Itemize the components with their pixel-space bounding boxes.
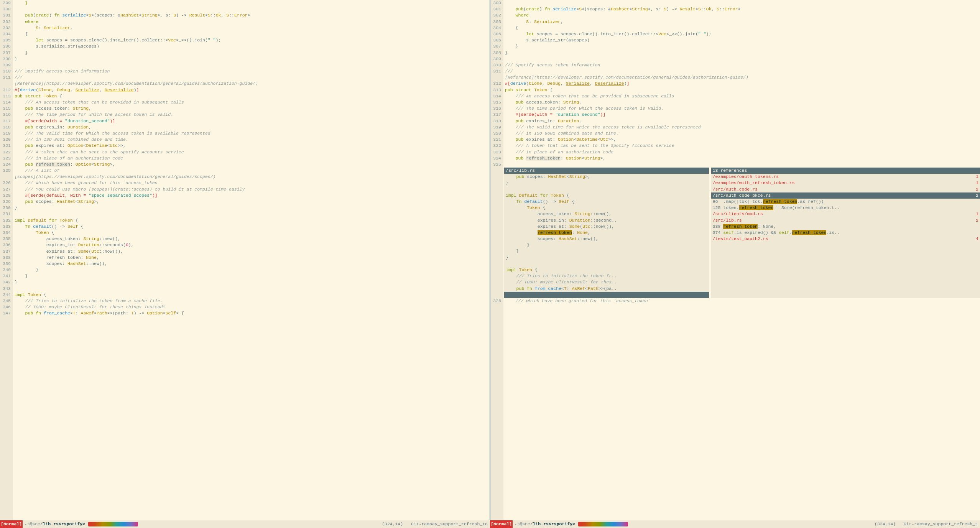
code-line[interactable]: [Reference](https://developer.spotify.co… xyxy=(505,74,980,81)
code-line[interactable]: } xyxy=(15,50,490,56)
code-line[interactable]: } xyxy=(15,56,490,62)
code-line[interactable]: S: Serializer, xyxy=(15,25,490,31)
reference-match[interactable]: 338 refresh_token: None, xyxy=(711,224,980,230)
code-line[interactable]: pub struct Token { xyxy=(15,93,490,99)
references-overlay[interactable]: /src/lib.rs pub scopes: HashSet<String>,… xyxy=(504,168,980,298)
code-line[interactable]: } xyxy=(505,50,980,56)
code-line[interactable] xyxy=(505,56,980,62)
code-line[interactable]: pub expires_in: Duration, xyxy=(505,118,980,124)
code-line[interactable]: /// Tries to initialize the token from a… xyxy=(15,298,490,304)
code-line[interactable]: #[derive(Clone, Debug, Serialize, Deseri… xyxy=(505,81,980,87)
code-line[interactable]: /// Spotify access token information xyxy=(15,68,490,74)
code-line[interactable]: /// An access token that can be provided… xyxy=(505,93,980,99)
code-line[interactable]: pub refresh_token: Option<String>, xyxy=(15,161,490,168)
code-line[interactable]: let scopes = scopes.clone().into_iter().… xyxy=(15,37,490,43)
code-line[interactable]: refresh_token: None, xyxy=(15,255,490,261)
preview-line[interactable]: fn default() -> Self { xyxy=(504,199,709,205)
preview-line[interactable]: pub scopes: HashSet<String>, xyxy=(504,174,709,180)
preview-line[interactable]: expires_in: Duration::second.. xyxy=(504,217,709,224)
code-line[interactable]: expires_at: Some(Utc::now()), xyxy=(15,248,490,255)
code-line[interactable]: #[serde(with = "duration_second")] xyxy=(15,118,490,124)
code-line[interactable]: pub access_token: String, xyxy=(505,99,980,105)
code-line[interactable]: } xyxy=(15,205,490,211)
code-line[interactable]: s.serialize_str(&scopes) xyxy=(15,43,490,49)
reference-file[interactable]: /src/auth_code.rs2 xyxy=(711,186,980,192)
code-line[interactable]: Token { xyxy=(15,230,490,236)
code-lines-left[interactable]: } pub(crate) fn serialize<S>(scopes: &Ha… xyxy=(13,0,490,520)
preview-line[interactable]: impl Token { xyxy=(504,267,709,273)
preview-line[interactable]: expires_at: Some(Utc::now()), xyxy=(504,224,709,230)
code-line[interactable]: pub expires_at: Option<DateTime<Utc>>, xyxy=(15,143,490,149)
code-line[interactable]: /// Spotify access token information xyxy=(505,62,980,68)
code-line[interactable]: /// in ISO 8601 combined date and time. xyxy=(15,137,490,143)
reference-file[interactable]: /src/auth_code_pkce.rs2 xyxy=(711,192,980,199)
code-line[interactable]: where xyxy=(15,19,490,25)
code-line[interactable]: /// The valid time for which the access … xyxy=(15,130,490,137)
preview-line[interactable]: Token { xyxy=(504,205,709,211)
reference-file[interactable]: /src/lib.rs2 xyxy=(711,217,980,224)
reference-match[interactable]: 86 .map(|tok| tok.refresh_token.as_ref()… xyxy=(711,199,980,205)
references-panel[interactable]: 13 references /examples/oauth_tokens.rs1… xyxy=(711,168,980,298)
code-line[interactable] xyxy=(505,161,980,168)
code-line[interactable]: pub expires_in: Duration, xyxy=(15,124,490,130)
preview-line[interactable]: scopes: HashSet::new(), xyxy=(504,236,709,242)
reference-file[interactable]: /examples/oauth_tokens.rs1 xyxy=(711,174,980,180)
preview-line[interactable]: access_token: String::new(), xyxy=(504,211,709,217)
code-line[interactable]: /// You could use macro [scopes!](crate:… xyxy=(15,186,490,192)
code-line[interactable]: /// A token that can be sent to the Spot… xyxy=(15,149,490,155)
code-line[interactable]: /// which have been granted for this `ac… xyxy=(15,180,490,186)
code-line[interactable]: // TODO: maybe ClientResult for these th… xyxy=(15,304,490,310)
code-line[interactable]: pub(crate) fn serialize<S>(scopes: &Hash… xyxy=(505,6,980,12)
code-line[interactable]: } xyxy=(15,267,490,273)
reference-file[interactable]: /src/clients/mod.rs1 xyxy=(711,211,980,217)
reference-file[interactable]: /examples/with_refresh_token.rs1 xyxy=(711,180,980,186)
reference-file[interactable]: /tests/test_oauth2.rs4 xyxy=(711,236,980,242)
code-line[interactable]: pub fn from_cache<T: AsRef<Path>>(path: … xyxy=(15,310,490,316)
code-line[interactable]: pub access_token: String, xyxy=(15,105,490,112)
code-line[interactable]: /// in place of an authorization code xyxy=(505,149,980,155)
code-line[interactable] xyxy=(15,286,490,292)
code-line[interactable]: } xyxy=(15,279,490,285)
preview-line[interactable]: } xyxy=(504,248,709,254)
code-line[interactable]: pub struct Token { xyxy=(505,87,980,93)
preview-line[interactable]: } xyxy=(504,180,709,186)
code-line[interactable]: { xyxy=(505,25,980,31)
code-line[interactable]: { xyxy=(15,31,490,37)
code-line[interactable] xyxy=(15,62,490,68)
preview-line[interactable]: // TODO: maybe ClientResult for thes.. xyxy=(504,279,709,285)
code-line[interactable]: fn default() -> Self { xyxy=(15,224,490,230)
code-line[interactable]: #[serde(default, with = "space_separated… xyxy=(15,192,490,199)
preview-line[interactable]: pub fn from_cache<T: AsRef<Path>>(pa.. xyxy=(504,286,709,292)
code-line[interactable]: /// xyxy=(15,74,490,81)
preview-line[interactable]: } xyxy=(504,255,709,261)
code-line[interactable]: S: Serializer, xyxy=(505,19,980,25)
reference-match[interactable]: 125 token.refresh_token = Some(refresh_t… xyxy=(711,205,980,211)
preview-line[interactable]: } xyxy=(504,242,709,248)
code-line[interactable]: } xyxy=(15,0,490,6)
code-line[interactable]: pub(crate) fn serialize<S>(scopes: &Hash… xyxy=(15,12,490,18)
code-line[interactable]: impl Default for Token { xyxy=(15,217,490,224)
code-line[interactable]: /// The time period for which the access… xyxy=(15,112,490,118)
code-line[interactable]: #[derive(Clone, Debug, Serialize, Deseri… xyxy=(15,87,490,93)
code-line[interactable]: pub scopes: HashSet<String>, xyxy=(15,199,490,205)
left-pane[interactable]: 2993003013023033043053063073083093103113… xyxy=(0,0,490,520)
code-line[interactable]: where xyxy=(505,12,980,18)
code-line[interactable]: [Reference](https://developer.spotify.co… xyxy=(15,81,490,87)
code-line[interactable]: /// An access token that can be provided… xyxy=(15,99,490,105)
code-line[interactable]: } xyxy=(15,273,490,279)
code-area-left[interactable]: 2993003013023033043053063073083093103113… xyxy=(0,0,490,520)
code-line[interactable]: /// xyxy=(505,68,980,74)
preview-line[interactable]: impl Default for Token { xyxy=(504,192,709,199)
code-line[interactable]: pub expires_at: Option<DateTime<Utc>>, xyxy=(505,137,980,143)
preview-line[interactable] xyxy=(504,186,709,192)
code-line[interactable]: /// in ISO 8601 combined date and time. xyxy=(505,130,980,137)
code-line[interactable] xyxy=(15,6,490,12)
code-line[interactable]: access_token: String::new(), xyxy=(15,236,490,242)
code-line[interactable]: pub refresh_token: Option<String>, xyxy=(505,155,980,161)
preview-line[interactable] xyxy=(504,261,709,267)
code-line[interactable]: /// in place of an authorization code xyxy=(15,155,490,161)
preview-line[interactable]: /// Tries to initialize the token fr.. xyxy=(504,273,709,279)
code-line[interactable]: impl Token { xyxy=(15,292,490,298)
preview-line[interactable]: refresh_token: None, xyxy=(504,230,709,236)
preview-panel[interactable]: /src/lib.rs pub scopes: HashSet<String>,… xyxy=(504,168,709,298)
